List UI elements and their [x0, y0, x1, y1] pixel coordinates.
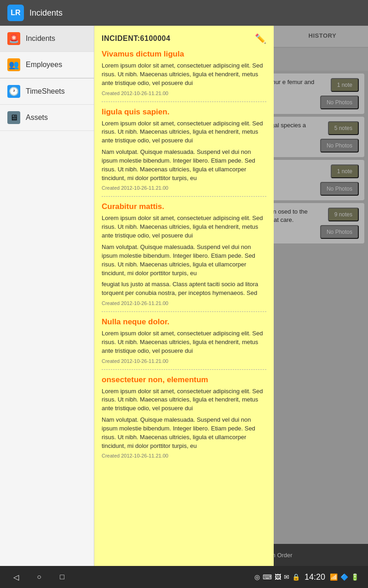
sidebar-item-incidents[interactable]: 🚨 Incidents: [0, 26, 94, 52]
popup-incident-id: INCIDENT:6100004: [102, 34, 170, 43]
popup-header: INCIDENT:6100004 ✏️: [102, 33, 266, 44]
app-logo: LR: [7, 5, 24, 21]
status-icons: ◎ ⌨ 🖼 ✉ 🔒: [254, 573, 300, 581]
popup-body-2b: Nam volutpat. Quisque malesuada. Suspend…: [102, 243, 266, 277]
connectivity-icons: 📶 🔷 🔋: [330, 573, 359, 581]
assets-icon: 🖥: [7, 111, 20, 124]
popup-section-title-2: Curabitur mattis.: [102, 202, 266, 211]
divider-1: [102, 196, 266, 197]
battery-icon: 🔋: [351, 573, 359, 581]
popup-body-4a: Lorem ipsum dolor sit amet, consectetuer…: [102, 387, 266, 413]
recents-button[interactable]: □: [55, 571, 69, 582]
status-right: ◎ ⌨ 🖼 ✉ 🔒 14:20 📶 🔷 🔋: [254, 572, 359, 582]
email-icon: ✉: [284, 573, 289, 581]
popup-timestamp-0: Created 2012-10-26-11.21.00: [102, 90, 266, 96]
main-layout: 🚨 Incidents 👥 Employees 🕐 TimeSheets 🖥 A…: [0, 26, 368, 566]
popup-body-3: Lorem ipsum dolor sit amet, consectetuer…: [102, 329, 266, 356]
bluetooth-icon: 🔷: [340, 573, 348, 581]
popup-timestamp-1: Created 2012-10-26-11.21.00: [102, 185, 266, 191]
sidebar-label-incidents: Incidents: [26, 34, 55, 43]
sidebar-item-timesheets[interactable]: 🕐 TimeSheets: [0, 79, 94, 105]
home-button[interactable]: ○: [32, 571, 46, 582]
nav-buttons: ◁ ○ □: [9, 571, 69, 582]
popup-timestamp-2: Created 2012-10-26-11.21.00: [102, 300, 266, 306]
sidebar-item-assets[interactable]: 🖥 Assets: [0, 105, 94, 131]
popup-section-3: Nulla neque dolor. Lorem ipsum dolor sit…: [102, 317, 266, 364]
popup-timestamp-4: Created 2012-10-26-11.21.00: [102, 453, 266, 458]
lock-icon: 🔒: [292, 573, 300, 581]
app-title: Incidents: [29, 8, 63, 18]
status-time: 14:20: [305, 572, 325, 582]
timesheets-icon: 🕐: [7, 85, 20, 98]
popup-section-0: Vivamus dictum ligula Lorem ipsum dolor …: [102, 50, 266, 96]
employees-icon: 👥: [7, 58, 20, 71]
edit-icon[interactable]: ✏️: [255, 33, 266, 44]
location-icon: ◎: [254, 573, 260, 581]
app-bar: LR Incidents: [0, 0, 368, 26]
divider-0: [102, 102, 266, 102]
sidebar-item-employees[interactable]: 👥 Employees: [0, 52, 94, 78]
popup-body-2c: feugiat lus justo at massa. Class aptent…: [102, 280, 266, 298]
popup-section-title-0: Vivamus dictum ligula: [102, 50, 266, 59]
popup-body-2a: Lorem ipsum dolor sit amet, consectetuer…: [102, 214, 266, 240]
sidebar-label-assets: Assets: [26, 113, 48, 122]
sidebar: 🚨 Incidents 👥 Employees 🕐 TimeSheets 🖥 A…: [0, 26, 94, 566]
popup-timestamp-3: Created 2012-10-26-11.21.00: [102, 358, 266, 364]
wifi-icon: 📶: [330, 573, 338, 581]
popup-section-4: onsectetuer non, elementum Lorem ipsum d…: [102, 375, 266, 459]
content-area: INCIDENTS DETAILS HISTORY Search All New…: [94, 26, 368, 566]
popup-section-title-3: Nulla neque dolor.: [102, 317, 266, 327]
sidebar-label-employees: Employees: [26, 61, 62, 69]
divider-3: [102, 369, 266, 370]
popup-body-1b: Nam volutpat. Quisque malesuada. Suspend…: [102, 148, 266, 182]
sidebar-label-timesheets: TimeSheets: [26, 87, 65, 96]
incidents-icon: 🚨: [7, 32, 20, 45]
popup-overlay[interactable]: INCIDENT:6100004 ✏️ Vivamus dictum ligul…: [94, 26, 368, 566]
popup-body-0: Lorem ipsum dolor sit amet, consectetuer…: [102, 62, 266, 88]
popup-section-1: ligula quis sapien. Lorem ipsum dolor si…: [102, 107, 266, 191]
popup-body-4b: Nam volutpat. Quisque malesuada. Suspend…: [102, 416, 266, 450]
keyboard-icon: ⌨: [263, 573, 272, 581]
gallery-icon: 🖼: [275, 573, 281, 581]
status-bar: ◁ ○ □ ◎ ⌨ 🖼 ✉ 🔒 14:20 📶 🔷 🔋: [0, 566, 368, 588]
popup-section-title-4: onsectetuer non, elementum: [102, 375, 266, 384]
incident-popup: INCIDENT:6100004 ✏️ Vivamus dictum ligul…: [94, 26, 274, 566]
popup-section-title-1: ligula quis sapien.: [102, 107, 266, 117]
divider-2: [102, 311, 266, 312]
popup-body-1a: Lorem ipsum dolor sit amet, consectetuer…: [102, 119, 266, 146]
back-button[interactable]: ◁: [9, 571, 23, 582]
popup-section-2: Curabitur mattis. Lorem ipsum dolor sit …: [102, 202, 266, 306]
